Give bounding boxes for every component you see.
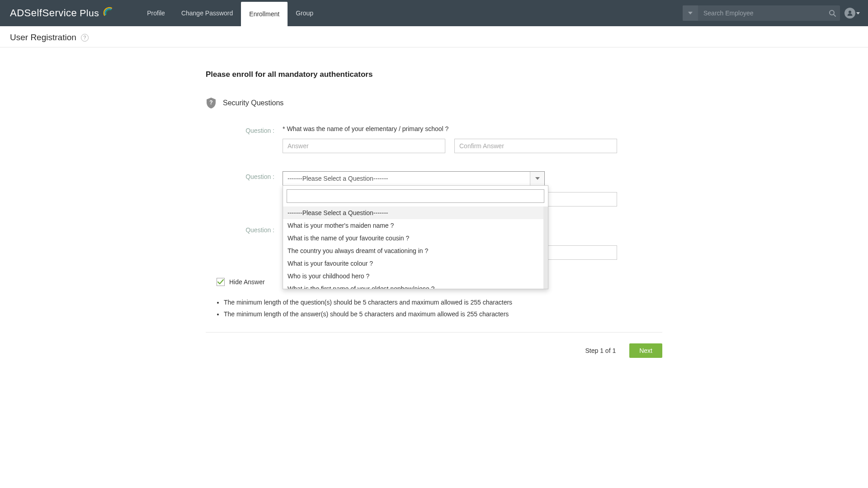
mandatory-star: * (283, 125, 285, 132)
logo-plus: Plus (80, 8, 99, 19)
help-icon[interactable]: ? (81, 34, 89, 42)
topbar-right (683, 5, 860, 21)
rule-2: The minimum length of the answer(s) shou… (224, 310, 662, 318)
main: Please enroll for all mandatory authenti… (0, 47, 868, 358)
dropdown-search-wrap (283, 186, 548, 206)
logo-swirl-icon (102, 5, 114, 21)
search-wrap (683, 5, 840, 21)
question-1-text: *What was the name of your elementary / … (283, 125, 662, 132)
dropdown-option-6[interactable]: What is the first name of your oldest ne… (283, 282, 543, 289)
logo-main: ADSelfService (10, 7, 77, 19)
dropdown-option-4[interactable]: What is your favourite colour ? (283, 257, 543, 270)
question-row-1: Question : *What was the name of your el… (206, 125, 662, 167)
hide-answers-label: Hide Answer (229, 278, 265, 286)
dropdown-option-2[interactable]: What is the name of your favourite cousi… (283, 232, 543, 244)
content: Please enroll for all mandatory authenti… (206, 70, 662, 358)
question-select-2[interactable]: -------Please Select a Question------- (283, 171, 545, 186)
question-select-2-value: -------Please Select a Question------- (288, 175, 388, 182)
hide-answers-checkbox[interactable] (217, 278, 225, 286)
dropdown-list: -------Please Select a Question------- W… (283, 206, 548, 289)
section-header: ? Security Questions (206, 97, 662, 109)
topbar: ADSelfService Plus Profile Change Passwo… (0, 0, 868, 26)
dropdown-option-5[interactable]: Who is your childhood hero ? (283, 270, 543, 282)
dropdown-option-placeholder[interactable]: -------Please Select a Question------- (283, 206, 543, 219)
question-label-2: Question : (206, 171, 283, 180)
nav-change-password[interactable]: Change Password (173, 0, 241, 26)
nav: Profile Change Password Enrollment Group (139, 0, 321, 26)
question-label-1: Question : (206, 125, 283, 134)
search-input[interactable] (698, 5, 825, 21)
nav-profile[interactable]: Profile (139, 0, 173, 26)
question-1-content: What was the name of your elementary / p… (287, 125, 448, 132)
dropdown-search-input[interactable] (287, 189, 544, 203)
avatar-icon (844, 8, 855, 19)
chevron-down-icon (530, 172, 544, 185)
dropdown-option-1[interactable]: What is your mother's maiden name ? (283, 219, 543, 232)
user-menu[interactable] (844, 8, 860, 19)
rule-1: The minimum length of the question(s) sh… (224, 299, 662, 306)
svg-point-2 (849, 11, 851, 14)
nav-enrollment[interactable]: Enrollment (241, 2, 288, 26)
section-title: Security Questions (223, 99, 283, 107)
chevron-down-icon (856, 12, 860, 14)
svg-line-1 (834, 14, 835, 16)
confirm-answer-input-1[interactable] (454, 139, 617, 153)
subheader: User Registration ? (0, 26, 868, 47)
next-button[interactable]: Next (629, 343, 662, 358)
rules-list: The minimum length of the question(s) sh… (215, 299, 662, 318)
step-text: Step 1 of 1 (585, 347, 616, 354)
instruction: Please enroll for all mandatory authenti… (206, 70, 662, 79)
divider (206, 332, 662, 333)
nav-group[interactable]: Group (288, 0, 321, 26)
footer-row: Step 1 of 1 Next (206, 343, 662, 358)
search-filter-dropdown[interactable] (683, 5, 698, 21)
answer-input-1[interactable] (283, 139, 445, 153)
logo: ADSelfService Plus (10, 5, 114, 21)
svg-text:?: ? (209, 99, 212, 106)
shield-icon: ? (206, 97, 217, 109)
question-select-2-panel: -------Please Select a Question------- W… (283, 185, 548, 289)
question-label-3: Question : (206, 225, 283, 234)
search-button[interactable] (825, 5, 840, 21)
dropdown-option-3[interactable]: The country you always dreamt of vacatio… (283, 244, 543, 257)
dropdown-scrollbar[interactable] (543, 206, 548, 279)
page-title: User Registration (10, 33, 76, 42)
